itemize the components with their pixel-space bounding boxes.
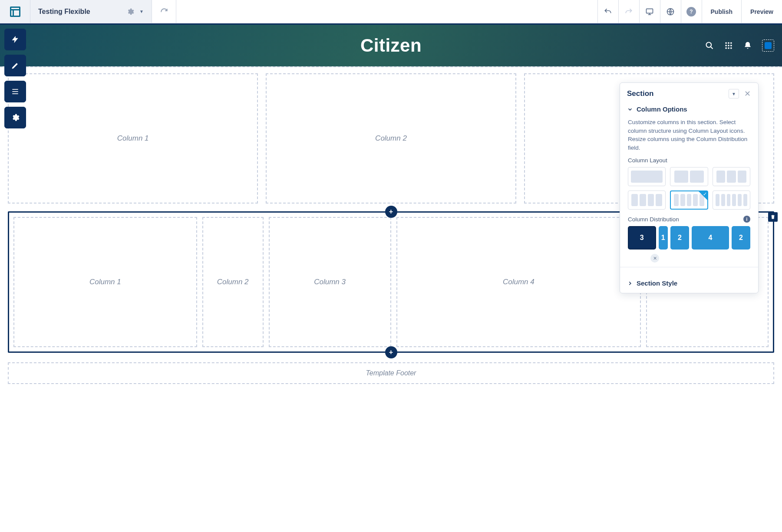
column-placeholder: Column 2 [217, 278, 249, 286]
panel-description: Customize columns in this section. Selec… [628, 118, 750, 152]
rail-page-structure-button[interactable] [4, 81, 26, 102]
globe-button[interactable] [660, 0, 681, 23]
layout-3col[interactable] [713, 167, 750, 186]
publish-button[interactable]: Publish [702, 0, 742, 23]
hero-icon-bar [705, 39, 774, 52]
rail-settings-button[interactable] [4, 107, 26, 128]
property-panel: Section ▼ ✕ Column Options Customize col… [620, 82, 759, 293]
svg-rect-14 [730, 47, 732, 49]
rail-components-button[interactable] [4, 29, 26, 50]
dist-col-2[interactable]: 1 [659, 226, 668, 250]
svg-rect-11 [730, 45, 732, 46]
section2-column-1[interactable]: Column 1 [13, 217, 197, 347]
column-placeholder: Column 4 [503, 278, 535, 286]
layout-2col[interactable] [670, 167, 708, 186]
dist-val: 2 [678, 234, 682, 242]
svg-rect-4 [12, 93, 18, 94]
delete-section-button[interactable] [768, 212, 778, 222]
builder-logo-icon [10, 7, 20, 17]
hero-account-icon[interactable] [762, 39, 774, 52]
svg-rect-10 [728, 45, 729, 46]
dist-col-1[interactable]: 3 [628, 226, 656, 250]
section2-column-3[interactable]: Column 3 [269, 217, 391, 347]
column-placeholder: Column 2 [375, 134, 407, 143]
top-toolbar: Testing Flexible ▼ ? Publish Preview [0, 0, 782, 23]
theme-header[interactable]: Citizen [0, 25, 782, 66]
column-distribution-row: 3 1 2 4 2 [628, 226, 750, 250]
desktop-view-button[interactable] [639, 0, 660, 23]
svg-rect-3 [12, 91, 18, 92]
layout-6col[interactable] [713, 190, 750, 210]
section2-column-4[interactable]: Column 4 [396, 217, 641, 347]
hero-notifications-icon[interactable] [743, 41, 752, 50]
help-button[interactable]: ? [681, 0, 702, 23]
column-placeholder: Column 1 [117, 134, 149, 143]
rail-theme-button[interactable] [4, 55, 26, 76]
layout-5col[interactable]: ✓ [670, 190, 708, 210]
page-dropdown-caret-icon[interactable]: ▼ [139, 9, 144, 14]
hero-search-icon[interactable] [705, 41, 714, 50]
app-logo[interactable] [0, 0, 30, 23]
page-settings-gear-icon[interactable] [126, 8, 134, 16]
panel-title: Section [627, 89, 725, 98]
column-options-accordion[interactable]: Column Options [620, 101, 758, 116]
dist-val: 1 [661, 234, 665, 242]
svg-rect-13 [728, 47, 729, 49]
refresh-button[interactable] [152, 0, 176, 23]
accordion-label: Section Style [637, 279, 677, 287]
hero-apps-icon[interactable] [724, 41, 733, 50]
preview-button[interactable]: Preview [741, 0, 782, 23]
accordion-label: Column Options [637, 105, 687, 113]
column-distribution-label: Column Distribution [628, 216, 743, 223]
distribution-remove-button[interactable]: ✕ [650, 254, 659, 263]
column-layout-label: Column Layout [628, 157, 750, 164]
svg-rect-2 [12, 89, 18, 90]
template-footer[interactable]: Template Footer [8, 362, 774, 384]
preview-label: Preview [750, 8, 773, 15]
left-rail [0, 24, 25, 133]
undo-button[interactable] [597, 0, 618, 23]
svg-rect-9 [726, 45, 727, 46]
svg-point-5 [706, 43, 712, 48]
layout-4col[interactable] [628, 190, 666, 210]
page-selector[interactable]: Testing Flexible ▼ [30, 0, 152, 23]
check-icon: ✓ [703, 191, 707, 197]
svg-rect-12 [726, 47, 727, 49]
dist-col-5[interactable]: 2 [732, 226, 750, 250]
info-icon[interactable]: i [743, 216, 750, 223]
footer-label: Template Footer [366, 369, 416, 377]
add-section-above-button[interactable]: + [385, 206, 397, 218]
site-title: Citizen [360, 35, 422, 56]
svg-rect-0 [647, 9, 653, 13]
svg-rect-7 [728, 43, 729, 44]
dist-val: 2 [739, 234, 743, 242]
dist-col-3[interactable]: 2 [670, 226, 689, 250]
publish-label: Publish [711, 8, 733, 15]
page-name: Testing Flexible [38, 8, 121, 16]
svg-rect-6 [726, 43, 727, 44]
column-placeholder: Column 3 [314, 278, 346, 286]
panel-close-button[interactable]: ✕ [742, 89, 752, 99]
layout-1col[interactable] [628, 167, 666, 186]
section-style-accordion[interactable]: Section Style [620, 273, 758, 293]
column-layout-grid: ✓ [628, 167, 750, 210]
dist-col-4[interactable]: 4 [692, 226, 729, 250]
panel-dropdown-button[interactable]: ▼ [729, 89, 739, 99]
svg-rect-8 [730, 43, 732, 44]
column-placeholder: Column 1 [89, 278, 121, 286]
section2-column-2[interactable]: Column 2 [202, 217, 264, 347]
help-icon: ? [686, 7, 696, 16]
section1-column-1[interactable]: Column 1 [8, 73, 258, 204]
dist-val: 4 [709, 234, 713, 242]
section1-column-2[interactable]: Column 2 [266, 73, 516, 204]
redo-button[interactable] [618, 0, 639, 23]
add-section-below-button[interactable]: + [385, 346, 397, 358]
dist-val: 3 [640, 234, 644, 242]
